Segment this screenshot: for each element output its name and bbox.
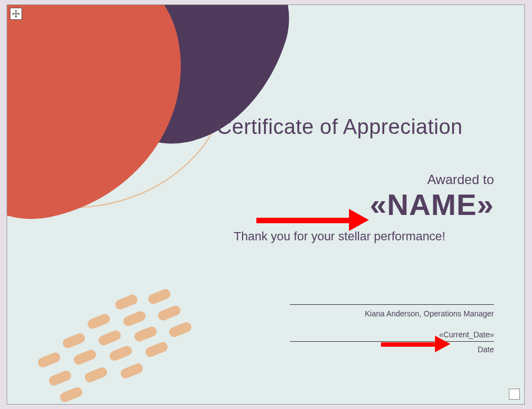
move-icon — [12, 10, 20, 18]
certificate-canvas: Certificate of Appreciation Awarded to «… — [7, 4, 525, 405]
merge-field-name[interactable]: «NAME» — [185, 190, 494, 219]
certificate-title: Certificate of Appreciation — [185, 115, 494, 139]
resize-handle[interactable] — [509, 389, 520, 400]
awarded-to-label: Awarded to — [185, 172, 494, 187]
merge-field-date[interactable]: «Current_Date» — [290, 330, 494, 341]
certificate-content: Certificate of Appreciation Awarded to «… — [185, 115, 494, 354]
move-handle[interactable] — [10, 8, 22, 20]
thankyou-text: Thank you for your stellar performance! — [185, 229, 494, 244]
decorative-dashes — [37, 292, 203, 402]
signer-name: Kiana Anderson, Operations Manager — [290, 305, 494, 330]
